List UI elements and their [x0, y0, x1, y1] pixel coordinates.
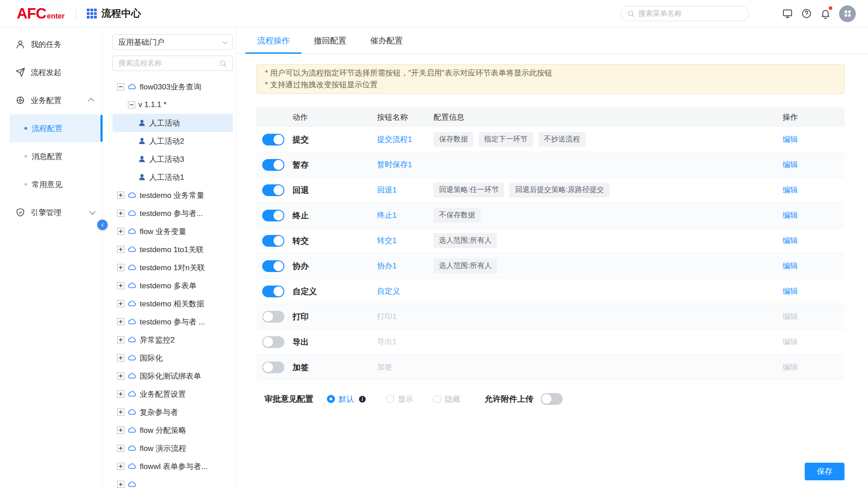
toggle-switch[interactable] [262, 210, 284, 221]
button-name-link[interactable]: 提交流程1 [377, 135, 412, 144]
tree-node-flow[interactable]: testdemo 参与者 ... [113, 313, 233, 331]
toggle-switch[interactable] [262, 361, 284, 373]
avatar[interactable] [839, 5, 856, 22]
app-grid-icon[interactable] [87, 9, 97, 19]
tree-node-flow[interactable]: flow 演示流程 [113, 439, 233, 457]
toggle-switch[interactable] [262, 286, 284, 297]
sidebar-item-engine-mgmt[interactable]: 引擎管理 [0, 198, 102, 226]
info-icon[interactable] [359, 395, 366, 403]
edit-link[interactable]: 编辑 [783, 160, 798, 169]
edit-link[interactable]: 编辑 [783, 312, 798, 321]
toggle-switch[interactable] [262, 235, 284, 247]
tab-withdraw-config[interactable]: 撤回配置 [313, 28, 347, 53]
tree-node-flow[interactable]: flow 业务变量 [113, 222, 233, 240]
tree-node-activity[interactable]: 人工活动1 [113, 168, 233, 186]
expander-plus-icon[interactable] [117, 427, 124, 434]
expander-plus-icon[interactable] [117, 481, 124, 488]
expander-plus-icon[interactable] [117, 282, 124, 289]
collapse-panel-icon[interactable] [97, 220, 108, 230]
edit-link[interactable]: 编辑 [783, 262, 798, 270]
tree-node-flow[interactable]: testdemo 1对n关联 [113, 258, 233, 277]
button-name-link[interactable]: 自定义 [377, 287, 400, 296]
tree-node-flow[interactable]: 国际化 [113, 349, 233, 367]
expander-plus-icon[interactable] [117, 390, 124, 398]
tree-node-flow[interactable]: testdemo 多表单 [113, 277, 233, 295]
expander-plus-icon[interactable] [117, 228, 124, 235]
expander-plus-icon[interactable] [117, 445, 124, 452]
global-search-input[interactable] [638, 9, 742, 18]
tree-node-flow[interactable]: flowwl 表单参与者... [113, 457, 233, 475]
tree-node-activity[interactable]: 人工活动 [113, 114, 233, 132]
expander-plus-icon[interactable] [117, 246, 124, 253]
tree-node-flow[interactable]: testdemo 参与者... [113, 204, 233, 222]
tree-node-flow[interactable]: 国际化测试绑表单 [113, 367, 233, 385]
sidebar-item-common-opinions[interactable]: 常用意见 [0, 170, 102, 198]
button-name-link[interactable]: 终止1 [377, 211, 396, 220]
expander-plus-icon[interactable] [117, 318, 124, 325]
button-name-link[interactable]: 加签 [377, 363, 392, 371]
tree-node-flow[interactable]: testdemo 1to1关联 [113, 240, 233, 258]
toggle-switch[interactable] [262, 336, 284, 348]
app-selector-dropdown[interactable]: 应用基础门户 [113, 34, 233, 50]
monitor-icon[interactable] [782, 8, 793, 19]
expander-minus-icon[interactable] [117, 83, 124, 90]
button-name-link[interactable]: 回退1 [377, 186, 396, 194]
edit-link[interactable]: 编辑 [783, 186, 798, 194]
toggle-switch[interactable] [262, 159, 284, 171]
button-name-link[interactable]: 导出1 [377, 338, 396, 346]
sidebar-item-process-start[interactable]: 流程发起 [0, 58, 102, 86]
expander-plus-icon[interactable] [117, 210, 124, 217]
button-name-link[interactable]: 暂时保存1 [377, 160, 412, 169]
expander-minus-icon[interactable] [128, 101, 135, 108]
radio-hide[interactable]: 隐藏 [433, 394, 460, 404]
tab-urge-config[interactable]: 催办配置 [369, 28, 404, 53]
edit-link[interactable]: 编辑 [783, 236, 798, 245]
logo[interactable]: AFC enter [17, 5, 65, 22]
notification-bell-icon[interactable] [820, 8, 831, 19]
tree-node-flow[interactable]: 异常监控2 [113, 331, 233, 349]
expander-plus-icon[interactable] [117, 463, 124, 470]
toggle-switch[interactable] [262, 134, 284, 145]
radio-default[interactable]: 默认 [327, 394, 366, 404]
tree-node-version[interactable]: v 1.1.1 * [113, 96, 233, 114]
button-name-link[interactable]: 协办1 [377, 262, 396, 270]
tree-node-activity[interactable]: 人工活动2 [113, 132, 233, 150]
edit-link[interactable]: 编辑 [783, 211, 798, 220]
radio-show[interactable]: 显示 [386, 394, 413, 404]
edit-link[interactable]: 编辑 [783, 363, 798, 371]
expander-plus-icon[interactable] [117, 264, 124, 271]
tree-node-flow-partial[interactable] [113, 475, 233, 488]
expander-plus-icon[interactable] [117, 372, 124, 380]
edit-link[interactable]: 编辑 [783, 287, 798, 296]
tree-node-flow[interactable]: 复杂参与者 [113, 403, 233, 421]
sidebar-item-business-config[interactable]: 业务配置 [0, 86, 102, 114]
help-icon[interactable] [801, 8, 812, 19]
tree-search[interactable] [113, 56, 233, 71]
edit-link[interactable]: 编辑 [783, 135, 798, 144]
expander-plus-icon[interactable] [117, 354, 124, 361]
tree-search-input[interactable] [118, 59, 219, 67]
sidebar-item-my-tasks[interactable]: 我的任务 [0, 30, 102, 58]
button-name-link[interactable]: 打印1 [377, 312, 396, 321]
tree-node-root[interactable]: flow0303业务查询 [113, 78, 233, 96]
button-name-link[interactable]: 转交1 [377, 236, 396, 245]
sidebar-item-process-config[interactable]: 流程配置 [9, 114, 100, 142]
toggle-switch[interactable] [262, 311, 284, 323]
edit-link[interactable]: 编辑 [783, 338, 798, 346]
attachment-toggle[interactable] [541, 393, 563, 405]
expander-plus-icon[interactable] [117, 300, 124, 307]
save-button[interactable]: 保存 [805, 463, 844, 480]
tree-node-activity[interactable]: 人工活动3 [113, 150, 233, 168]
tree-node-flow[interactable]: flow 分配策略 [113, 421, 233, 439]
expander-plus-icon[interactable] [117, 192, 124, 199]
tree-node-flow[interactable]: testdemo 业务常量 [113, 186, 233, 204]
expander-plus-icon[interactable] [117, 336, 124, 343]
tab-process-actions[interactable]: 流程操作 [256, 28, 291, 53]
toggle-switch[interactable] [262, 184, 284, 196]
global-search[interactable] [620, 6, 749, 21]
tree-node-flow[interactable]: 业务配置设置 [113, 385, 233, 403]
tree-node-flow[interactable]: testdemo 相关数据 [113, 295, 233, 313]
expander-plus-icon[interactable] [117, 408, 124, 416]
toggle-switch[interactable] [262, 260, 284, 272]
sidebar-item-message-config[interactable]: 消息配置 [0, 142, 102, 170]
